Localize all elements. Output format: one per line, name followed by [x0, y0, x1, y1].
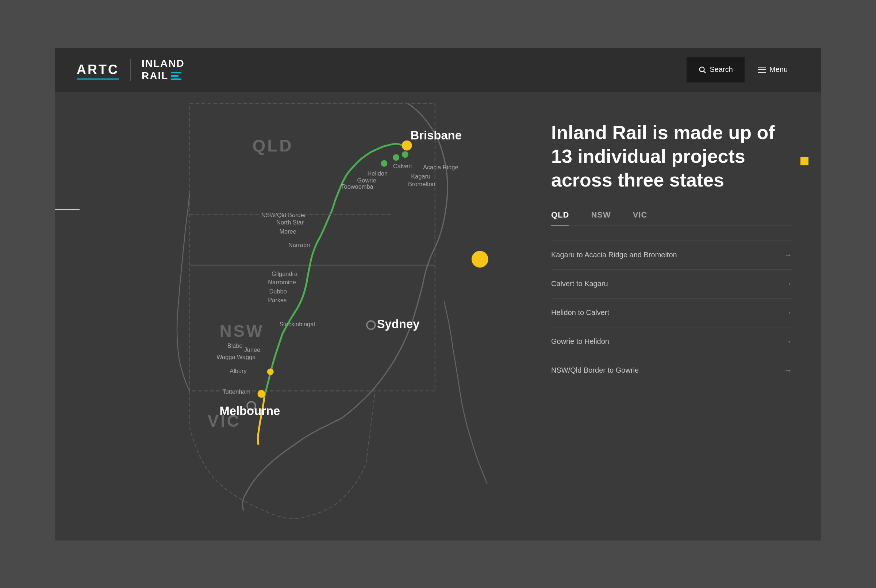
svg-text:Junee: Junee	[244, 346, 261, 353]
arrow-icon-0: →	[784, 250, 792, 260]
svg-point-0	[699, 67, 704, 72]
svg-text:Helidon: Helidon	[367, 170, 388, 176]
menu-line-1	[758, 67, 766, 68]
search-icon	[698, 66, 706, 74]
project-name-4: NSW/Qld Border to Gowrie	[551, 366, 639, 375]
inland-label: INLAND	[142, 58, 185, 69]
arrow-icon-1: →	[784, 279, 792, 289]
svg-text:Gowrie: Gowrie	[357, 177, 376, 184]
svg-text:Gilgandra: Gilgandra	[272, 270, 298, 277]
svg-text:NSW/Qld Border: NSW/Qld Border	[261, 212, 306, 218]
nav-area: Search Menu	[687, 57, 800, 82]
tab-vic[interactable]: VIC	[633, 210, 648, 226]
svg-point-33	[258, 390, 265, 398]
project-item-4[interactable]: NSW/Qld Border to Gowrie →	[551, 356, 792, 385]
svg-text:Dubbo: Dubbo	[269, 288, 287, 294]
svg-line-1	[704, 71, 705, 73]
panel-title: Inland Rail is made up of 13 individual …	[551, 121, 792, 192]
svg-text:Kagaru: Kagaru	[411, 172, 430, 179]
svg-point-7	[393, 154, 399, 160]
search-label: Search	[710, 65, 733, 74]
menu-button[interactable]: Menu	[746, 57, 800, 82]
rail-bar-3	[171, 78, 182, 80]
logo-divider	[130, 59, 130, 81]
svg-text:Blabo: Blabo	[227, 342, 243, 349]
svg-point-4	[402, 141, 412, 150]
svg-point-8	[402, 152, 408, 157]
map-svg: QLD NSW VIC Brisbane Helidon Gowrie	[55, 92, 522, 540]
tab-qld[interactable]: QLD	[551, 210, 569, 226]
svg-rect-2	[189, 103, 435, 265]
rail-bar-2	[171, 75, 178, 76]
menu-label: Menu	[770, 65, 788, 74]
svg-text:Wagga Wagga: Wagga Wagga	[216, 354, 256, 360]
project-item-3[interactable]: Gowrie to Helidon →	[551, 327, 792, 356]
project-name-3: Gowrie to Helidon	[551, 337, 609, 346]
svg-text:Stockinbingal: Stockinbingal	[279, 321, 315, 327]
tab-nsw[interactable]: NSW	[591, 210, 610, 226]
header: ARTC INLAND RAIL	[55, 48, 821, 92]
right-panel: Inland Rail is made up of 13 individual …	[522, 92, 821, 540]
svg-point-6	[381, 160, 387, 166]
qld-label: QLD	[253, 136, 294, 155]
menu-line-2	[758, 69, 766, 70]
svg-text:Acacia Ridge: Acacia Ridge	[423, 164, 459, 171]
rail-bar-1	[171, 72, 182, 74]
project-item-2[interactable]: Helidon to Calvert →	[551, 298, 792, 327]
project-item-1[interactable]: Calvert to Kagaru →	[551, 270, 792, 298]
svg-point-31	[267, 369, 273, 375]
artc-logo: ARTC	[76, 62, 119, 77]
svg-text:Parkes: Parkes	[268, 297, 286, 303]
rail-label: RAIL	[142, 70, 185, 82]
project-name-2: Helidon to Calvert	[551, 308, 609, 317]
svg-text:Calvert: Calvert	[393, 162, 412, 169]
main-window: ARTC INLAND RAIL	[55, 48, 821, 540]
menu-line-3	[758, 72, 766, 73]
rail-bars-icon	[171, 72, 182, 80]
main-content: QLD NSW VIC Brisbane Helidon Gowrie	[55, 92, 821, 540]
svg-text:Bromelton: Bromelton	[408, 181, 435, 187]
svg-text:Sydney: Sydney	[377, 317, 420, 330]
project-name-0: Kagaru to Acacia Ridge and Bromelton	[551, 251, 677, 259]
project-item-0[interactable]: Kagaru to Acacia Ridge and Bromelton →	[551, 240, 792, 270]
svg-text:Narromine: Narromine	[268, 279, 296, 285]
svg-text:Brisbane: Brisbane	[411, 129, 462, 142]
tabs-container: QLD NSW VIC	[551, 210, 792, 226]
svg-text:Melbourne: Melbourne	[219, 404, 280, 417]
arrow-icon-3: →	[784, 337, 792, 346]
svg-text:Tottenham: Tottenham	[223, 388, 251, 395]
svg-text:Albury: Albury	[230, 367, 247, 374]
project-list: Kagaru to Acacia Ridge and Bromelton → C…	[551, 240, 792, 385]
nsw-label: NSW	[219, 321, 264, 340]
svg-text:Toowoomba: Toowoomba	[341, 183, 374, 189]
logo-area: ARTC INLAND RAIL	[76, 58, 185, 82]
svg-text:Moree: Moree	[279, 228, 296, 234]
project-name-1: Calvert to Kagaru	[551, 280, 608, 288]
float-dot-right	[801, 157, 808, 165]
svg-point-37	[472, 251, 488, 267]
map-area: QLD NSW VIC Brisbane Helidon Gowrie	[55, 92, 522, 540]
search-button[interactable]: Search	[687, 57, 745, 82]
menu-icon	[758, 67, 766, 73]
svg-text:Narrabri: Narrabri	[288, 242, 310, 248]
svg-text:North Star: North Star	[276, 219, 304, 226]
arrow-icon-2: →	[784, 308, 792, 318]
arrow-icon-4: →	[784, 366, 792, 375]
inland-rail-logo: INLAND RAIL	[142, 58, 185, 82]
svg-point-25	[367, 321, 375, 329]
